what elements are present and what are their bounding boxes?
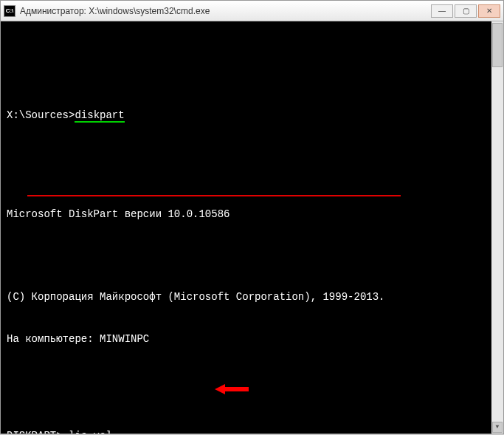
- window-title: Администратор: X:\windows\system32\cmd.e…: [20, 6, 431, 16]
- titlebar[interactable]: C:\ Администратор: X:\windows\system32\c…: [1, 1, 503, 21]
- scroll-thumb[interactable]: [492, 23, 503, 67]
- window-controls: — ▢ ✕: [431, 4, 500, 18]
- maximize-button[interactable]: ▢: [455, 4, 477, 18]
- scrollbar[interactable]: ▼: [491, 21, 503, 434]
- line-version: Microsoft DiskPart версии 10.0.10586: [7, 208, 497, 222]
- cmd-lisvol: lis vol: [69, 430, 112, 434]
- line-diskpart: X:\Sources>diskpart: [7, 109, 497, 123]
- minimize-button[interactable]: —: [431, 4, 453, 18]
- prompt: DISKPART>: [7, 430, 69, 434]
- line-lisvol: DISKPART> lis vol: [7, 429, 497, 434]
- line-copyright: (C) Корпорация Майкрософт (Microsoft Cor…: [7, 290, 497, 304]
- scroll-down-icon[interactable]: ▼: [492, 422, 503, 433]
- terminal-content: X:\Sources>diskpart Microsoft DiskPart в…: [1, 21, 503, 434]
- line-computer: На компьютере: MINWINPC: [7, 332, 497, 346]
- cmd-window: C:\ Администратор: X:\windows\system32\c…: [0, 0, 504, 434]
- red-underline-annotation: [27, 195, 401, 196]
- prompt: X:\Sources>: [7, 109, 75, 121]
- cmd-diskpart: diskpart: [75, 109, 124, 123]
- red-arrow-icon: [215, 383, 249, 396]
- close-button[interactable]: ✕: [478, 4, 500, 18]
- cmd-icon: C:\: [4, 5, 15, 17]
- terminal[interactable]: X:\Sources>diskpart Microsoft DiskPart в…: [1, 21, 503, 434]
- svg-marker-0: [215, 384, 249, 394]
